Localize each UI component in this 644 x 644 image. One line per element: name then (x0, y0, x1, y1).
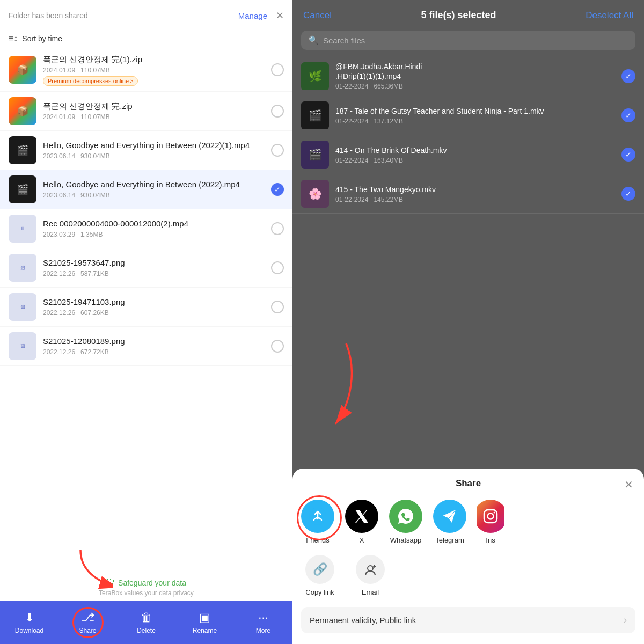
deselect-all-button[interactable]: Deselect All (586, 10, 633, 21)
sort-bar[interactable]: ≡↕ Sort by time (0, 28, 292, 49)
list-item[interactable]: 🎬 Hello, Goodbye and Everything in Betwe… (0, 131, 292, 170)
list-item[interactable]: 🖼 S21025-12080189.png 2022.12.26 672.72K… (0, 327, 292, 366)
share-app-friends[interactable]: Friends (301, 500, 334, 544)
sort-icon: ≡↕ (9, 34, 18, 43)
file-radio[interactable] (271, 301, 284, 313)
file-name: 415 - The Two Mangekyo.mkv (335, 185, 615, 194)
list-item[interactable]: 🎬 187 - Tale of the Gutsy Teacher and St… (292, 96, 644, 135)
list-item[interactable]: 🌸 415 - The Two Mangekyo.mkv 01-22-2024 … (292, 174, 644, 214)
file-info: Rec 0002000004000-000012000(2).mp4 2023.… (43, 218, 265, 238)
top-bar-actions: Manage ✕ (238, 10, 284, 21)
file-info: 414 - On The Brink Of Death.mkv 01-22-20… (335, 145, 615, 164)
right-top-bar: Cancel 5 file(s) selected Deselect All (292, 0, 644, 31)
file-radio[interactable] (271, 340, 284, 353)
more-label: More (256, 627, 270, 634)
file-info: 415 - The Two Mangekyo.mkv 01-22-2024 14… (335, 185, 615, 203)
email-button[interactable]: Email (356, 555, 385, 596)
instagram-icon (477, 500, 504, 533)
file-thumbnail: 🎬 (301, 141, 329, 169)
list-item[interactable]: 📦 폭군의 신경안정제 完.zip 2024.01.09 110.07MB (0, 92, 292, 131)
list-item[interactable]: 🌿 @FBM.Jodha.Akbar.Hindi.HDrip(1)(1)(1).… (292, 56, 644, 96)
file-list: 📦 폭군의 신경안정제 完(1).zip 2024.01.09 110.07MB… (0, 49, 292, 570)
folder-shared-label: Folder has been shared (9, 11, 88, 20)
file-meta: 01-22-2024 137.12MB (335, 118, 615, 125)
share-sheet-header: Share ✕ (292, 469, 644, 495)
copy-link-button[interactable]: 🔗 Copy link (305, 555, 334, 596)
file-name: S21025-19573647.png (43, 258, 265, 268)
file-radio[interactable] (271, 63, 284, 76)
instagram-label: Ins (486, 536, 495, 544)
file-name: 폭군의 신경안정제 完.zip (43, 101, 265, 112)
download-icon: ⬇ (25, 611, 34, 625)
svg-point-7 (368, 566, 373, 571)
selected-count-label: 5 file(s) selected (421, 10, 496, 21)
file-check[interactable]: ✓ (621, 187, 635, 201)
file-radio[interactable] (271, 261, 284, 274)
file-thumbnail: 📦 (9, 56, 36, 84)
file-radio[interactable] (271, 105, 284, 118)
share-app-telegram[interactable]: Telegram (433, 500, 466, 544)
file-check[interactable]: ✓ (621, 69, 635, 83)
file-meta: 2023.03.29 1.35MB (43, 231, 265, 238)
delete-button[interactable]: 🗑 Delete (117, 601, 175, 644)
file-name: 187 - Tale of the Gutsy Teacher and Stud… (335, 106, 615, 116)
file-name: Rec 0002000004000-000012000(2).mp4 (43, 218, 265, 229)
file-thumbnail: 🎬 (9, 136, 36, 164)
file-radio-checked[interactable]: ✓ (271, 183, 284, 196)
file-radio[interactable] (271, 222, 284, 235)
shield-icon: 🛡 (106, 578, 115, 588)
copy-link-label: Copy link (305, 588, 334, 596)
file-name: 폭군의 신경안정제 完(1).zip (43, 54, 265, 65)
file-check[interactable]: ✓ (621, 108, 635, 122)
share-button[interactable]: ⎇ Share (58, 601, 117, 644)
telegram-icon (433, 500, 466, 533)
whatsapp-label: Whatsapp (390, 536, 422, 544)
list-item[interactable]: 🎬 Hello, Goodbye and Everything in Betwe… (0, 170, 292, 209)
list-item[interactable]: 🎬 414 - On The Brink Of Death.mkv 01-22-… (292, 135, 644, 174)
file-meta: 01-22-2024 665.36MB (335, 83, 615, 90)
file-meta: 2022.12.26 672.72KB (43, 348, 265, 356)
permanent-link-bar[interactable]: Permanent validity, Public link › (301, 607, 635, 633)
file-name: @FBM.Jodha.Akbar.Hindi.HDrip(1)(1)(1).mp… (335, 62, 615, 81)
cancel-button[interactable]: Cancel (303, 10, 332, 21)
permanent-link-label: Permanent validity, Public link (310, 616, 416, 625)
list-item[interactable]: 🖼 S21025-19573647.png 2022.12.26 587.71K… (0, 248, 292, 288)
friends-icon (301, 500, 334, 533)
file-info: 187 - Tale of the Gutsy Teacher and Stud… (335, 106, 615, 125)
delete-icon: 🗑 (141, 611, 152, 625)
file-name: Hello, Goodbye and Everything in Between… (43, 179, 265, 190)
file-meta: 2022.12.26 607.26KB (43, 309, 265, 317)
x-icon (345, 500, 378, 533)
file-name: 414 - On The Brink Of Death.mkv (335, 145, 615, 155)
rename-button[interactable]: ▣ Rename (175, 601, 234, 644)
download-button[interactable]: ⬇ Download (0, 601, 58, 644)
more-button[interactable]: ··· More (234, 601, 292, 644)
file-info: 폭군의 신경안정제 完(1).zip 2024.01.09 110.07MB P… (43, 54, 265, 86)
file-thumbnail: 🖼 (9, 293, 36, 321)
share-close-button[interactable]: ✕ (624, 478, 633, 491)
share-utils-row: 🔗 Copy link Email (292, 553, 644, 603)
file-thumbnail: 🎬 (301, 101, 329, 129)
file-info: Hello, Goodbye and Everything in Between… (43, 179, 265, 199)
file-meta: 2022.12.26 587.71KB (43, 270, 265, 277)
premium-badge[interactable]: Premium decompresses online (43, 76, 138, 86)
manage-button[interactable]: Manage (238, 11, 267, 20)
list-item[interactable]: 📦 폭군의 신경안정제 完(1).zip 2024.01.09 110.07MB… (0, 49, 292, 92)
close-icon[interactable]: ✕ (276, 10, 284, 21)
share-app-instagram[interactable]: Ins (477, 500, 504, 544)
share-highlight-circle (72, 607, 104, 638)
svg-point-5 (488, 514, 494, 519)
list-item[interactable]: 🖼 S21025-19471103.png 2022.12.26 607.26K… (0, 288, 292, 327)
share-app-x[interactable]: X (345, 500, 378, 544)
file-name: S21025-19471103.png (43, 297, 265, 308)
file-check[interactable]: ✓ (621, 148, 635, 162)
file-radio[interactable] (271, 144, 284, 157)
file-thumbnail: 🎬 (9, 175, 36, 203)
top-bar: Folder has been shared Manage ✕ (0, 0, 292, 28)
file-meta: 2024.01.09 110.07MB (43, 67, 265, 74)
friends-label: Friends (306, 536, 329, 544)
share-app-whatsapp[interactable]: Whatsapp (389, 500, 422, 544)
search-bar[interactable]: 🔍 Search files (301, 31, 635, 50)
file-info: S21025-19471103.png 2022.12.26 607.26KB (43, 297, 265, 317)
list-item[interactable]: 🖥 Rec 0002000004000-000012000(2).mp4 202… (0, 209, 292, 248)
